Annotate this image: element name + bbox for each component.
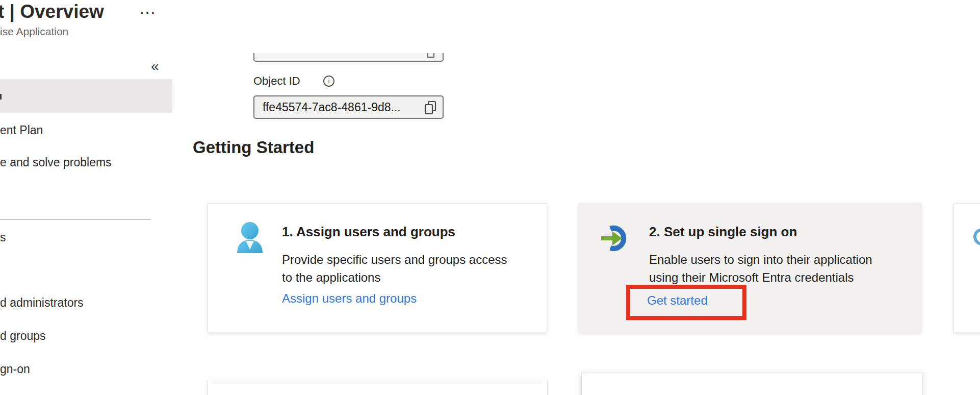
partial-card-right	[953, 203, 980, 333]
object-id-field[interactable]: ffe45574-7ac8-4861-9d8...	[253, 95, 444, 119]
sidebar-item-single-sign-on[interactable]: gn-on	[0, 362, 30, 376]
more-actions-button[interactable]: …	[139, 0, 156, 16]
card-description-line1: Enable users to sign into their applicat…	[649, 251, 872, 268]
sidebar-item-users-groups[interactable]: d groups	[0, 329, 46, 343]
assign-users-card: 1. Assign users and groups Provide speci…	[208, 203, 547, 333]
user-icon	[233, 220, 267, 255]
sidebar-item-diagnose-solve-problems[interactable]: e and solve problems	[0, 156, 112, 169]
page-subtitle: ise Application	[0, 26, 68, 38]
selected-item-text-fragment	[0, 94, 2, 100]
card-description: Enable users to sign into their applicat…	[649, 251, 872, 286]
card-description: Provide specific users and groups access…	[282, 251, 507, 286]
sidebar-item-roles-administrators[interactable]: d administrators	[0, 296, 84, 310]
page-title: t | Overview	[0, 1, 104, 22]
getting-started-heading: Getting Started	[193, 138, 314, 157]
partial-card-bottom-right	[581, 373, 923, 395]
partial-card-bottom-left	[208, 381, 548, 395]
sign-in-icon	[601, 224, 629, 253]
card-description-line2: to the applications	[282, 268, 507, 286]
enterprise-app-overview-page: t | Overview … ise Application « ent Pla…	[0, 0, 980, 395]
sidebar-divider	[0, 219, 151, 220]
copy-icon[interactable]	[427, 53, 434, 58]
assign-users-and-groups-link[interactable]: Assign users and groups	[282, 291, 417, 306]
card-title: 2. Set up single sign on	[649, 224, 797, 240]
object-id-value: ffe45574-7ac8-4861-9d8...	[263, 101, 401, 114]
partial-circle-icon	[973, 228, 980, 245]
copy-icon[interactable]	[424, 101, 437, 115]
get-started-link[interactable]: Get started	[647, 293, 708, 308]
sidebar-item-selected[interactable]	[0, 79, 172, 113]
sidebar-collapse-button[interactable]: «	[151, 58, 159, 75]
sidebar-item-deployment-plan[interactable]: ent Plan	[0, 124, 43, 137]
object-id-label: Object ID	[253, 75, 300, 88]
application-id-field-partial	[253, 53, 444, 62]
card-description-line2: using their Microsoft Entra credentials	[649, 268, 872, 286]
card-description-line1: Provide specific users and groups access	[282, 251, 507, 268]
card-title: 1. Assign users and groups	[282, 224, 455, 240]
sidebar-item-properties[interactable]: s	[0, 231, 6, 244]
single-sign-on-card: 2. Set up single sign on Enable users to…	[578, 203, 921, 333]
info-icon[interactable]: i	[323, 76, 334, 87]
